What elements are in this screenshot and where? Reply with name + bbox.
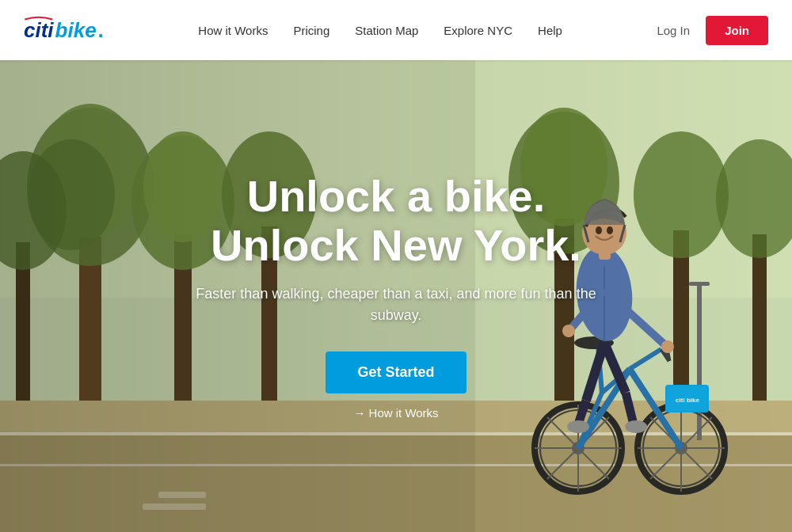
main-nav: How it Works Pricing Station Map Explore… [198, 24, 562, 37]
how-it-works-link[interactable]: → How it Works [353, 406, 438, 420]
logo-dot: . [98, 18, 104, 43]
nav-help[interactable]: Help [538, 24, 562, 37]
nav-how-it-works[interactable]: How it Works [198, 24, 268, 37]
logo-citi-text: citi [24, 18, 54, 42]
join-button[interactable]: Join [706, 16, 768, 45]
hero-headline: Unlock a bike. Unlock New York. [174, 172, 618, 269]
nav-pricing[interactable]: Pricing [293, 24, 329, 37]
header-actions: Log In Join [657, 16, 768, 45]
nav-explore-nyc[interactable]: Explore NYC [444, 24, 512, 37]
logo-bike-text: bike [55, 18, 97, 43]
hero-headline-line2: Unlock New York. [211, 220, 581, 270]
login-button[interactable]: Log In [657, 24, 690, 37]
hero-headline-line1: Unlock a bike. [247, 171, 546, 221]
logo[interactable]: citi bike. [24, 18, 104, 43]
nav-station-map[interactable]: Station Map [355, 24, 418, 37]
site-header: citi bike. How it Works Pricing Station … [0, 0, 792, 60]
get-started-button[interactable]: Get Started [326, 352, 466, 393]
hero-section: citi bike [0, 60, 792, 532]
hero-content: Unlock a bike. Unlock New York. Faster t… [174, 172, 618, 420]
hero-subtext: Faster than walking, cheaper than a taxi… [174, 283, 618, 326]
